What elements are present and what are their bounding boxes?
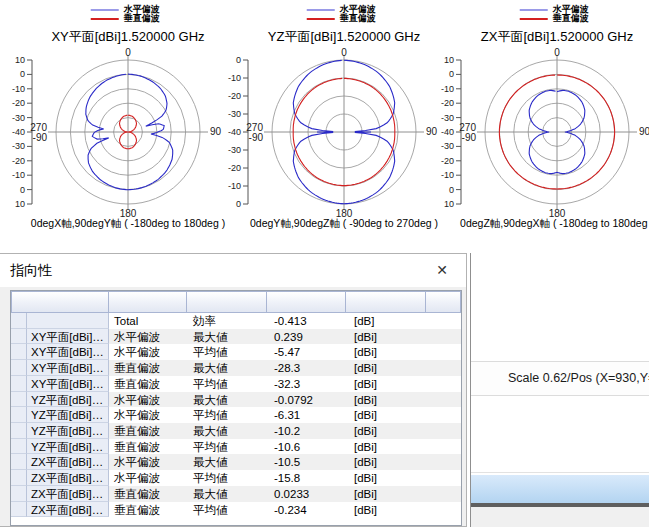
row-header-cell[interactable] [11, 502, 27, 518]
cell-pol[interactable]: 垂直偏波 [109, 502, 188, 518]
table-row[interactable]: XY平面[dBi]…垂直偏波平均値-32.3[dBi] [11, 376, 461, 392]
row-header-cell[interactable] [11, 392, 27, 408]
cell-value[interactable]: -0.234 [269, 502, 349, 518]
cell-pol[interactable]: 水平偏波 [109, 407, 188, 423]
table-row[interactable]: ZX平面[dBi]…水平偏波最大値-10.5[dBi] [11, 454, 461, 470]
table-header-cell[interactable] [186, 291, 267, 313]
cell-stat[interactable]: 最大値 [188, 329, 269, 345]
cell-value[interactable]: 0.0233 [269, 486, 349, 502]
cell-unit[interactable]: [dBi] [349, 439, 430, 455]
cell-stat[interactable]: 平均値 [188, 502, 269, 518]
cell-unit[interactable]: [dBi] [349, 423, 430, 439]
table-row[interactable]: XY平面[dBi]…水平偏波最大値0.239[dBi] [11, 329, 461, 345]
row-header-cell[interactable] [11, 329, 27, 345]
cell-pol[interactable]: 水平偏波 [109, 344, 188, 360]
cell-pol[interactable]: 垂直偏波 [109, 423, 188, 439]
cell-stat[interactable]: 効率 [188, 313, 269, 329]
cell-stat[interactable]: 平均値 [188, 407, 269, 423]
cell-value[interactable]: -5.47 [269, 344, 349, 360]
cell-pol[interactable]: 垂直偏波 [109, 439, 188, 455]
cell-unit[interactable]: [dBi] [349, 360, 430, 376]
cell-plane[interactable]: XY平面[dBi]… [27, 329, 109, 345]
cell-stat[interactable]: 平均値 [188, 344, 269, 360]
cell-value[interactable]: -32.3 [269, 376, 349, 392]
cell-stat[interactable]: 最大値 [188, 454, 269, 470]
cell-value[interactable]: -10.5 [269, 454, 349, 470]
cell-pol[interactable]: 水平偏波 [109, 392, 188, 408]
row-header-cell[interactable] [11, 454, 27, 470]
table-row[interactable]: ZX平面[dBi]…垂直偏波平均値-0.234[dBi] [11, 502, 461, 518]
cell-value[interactable]: -28.3 [269, 360, 349, 376]
table-row[interactable]: XY平面[dBi]…水平偏波平均値-5.47[dBi] [11, 344, 461, 360]
cell-unit[interactable]: [dBi] [349, 407, 430, 423]
cell-plane[interactable]: ZX平面[dBi]… [27, 486, 109, 502]
table-row[interactable]: YZ平面[dBi]…垂直偏波最大値-10.2[dBi] [11, 423, 461, 439]
cell-unit[interactable]: [dBi] [349, 454, 430, 470]
cell-unit[interactable]: [dBi] [349, 470, 430, 486]
row-header-cell[interactable] [11, 360, 27, 376]
cell-pol[interactable]: 水平偏波 [109, 454, 188, 470]
cell-pol[interactable]: 垂直偏波 [109, 376, 188, 392]
cell-unit[interactable]: [dB] [349, 313, 430, 329]
row-header-cell[interactable] [11, 313, 27, 329]
cell-unit[interactable]: [dBi] [349, 502, 430, 518]
cell-plane[interactable]: XY平面[dBi]… [27, 344, 109, 360]
cell-pol[interactable]: 水平偏波 [109, 470, 188, 486]
cell-plane[interactable]: YZ平面[dBi]… [27, 407, 109, 423]
dialog-titlebar[interactable]: 指向性 ✕ [0, 254, 466, 287]
cell-value[interactable]: -15.8 [269, 470, 349, 486]
cell-pol[interactable]: 垂直偏波 [109, 486, 188, 502]
cell-pol[interactable]: 垂直偏波 [109, 360, 188, 376]
row-header-cell[interactable] [11, 344, 27, 360]
table-row[interactable]: Total効率-0.413[dB] [11, 313, 461, 329]
cell-plane[interactable]: XY平面[dBi]… [27, 376, 109, 392]
table-header-cell[interactable] [11, 291, 109, 313]
cell-plane[interactable]: YZ平面[dBi]… [27, 439, 109, 455]
cell-stat[interactable]: 平均値 [188, 376, 269, 392]
cell-plane[interactable]: YZ平面[dBi]… [27, 423, 109, 439]
table-header-cell[interactable] [108, 291, 187, 313]
cell-stat[interactable]: 最大値 [188, 486, 269, 502]
table-row[interactable]: YZ平面[dBi]…垂直偏波平均値-10.6[dBi] [11, 439, 461, 455]
row-header-cell[interactable] [11, 486, 27, 502]
cell-value[interactable]: -0.413 [269, 313, 349, 329]
cell-unit[interactable]: [dBi] [349, 329, 430, 345]
close-icon[interactable]: ✕ [420, 256, 464, 285]
table-row[interactable]: YZ平面[dBi]…水平偏波最大値-0.0792[dBi] [11, 392, 461, 408]
row-header-cell[interactable] [11, 376, 27, 392]
cell-unit[interactable]: [dBi] [349, 376, 430, 392]
cell-unit[interactable]: [dBi] [349, 344, 430, 360]
cell-plane[interactable]: ZX平面[dBi]… [27, 454, 109, 470]
table-header-cell[interactable] [266, 291, 346, 313]
cell-value[interactable]: 0.239 [269, 329, 349, 345]
table-row[interactable]: YZ平面[dBi]…水平偏波平均値-6.31[dBi] [11, 407, 461, 423]
cell-plane[interactable] [27, 313, 109, 329]
table-row[interactable]: ZX平面[dBi]…水平偏波平均値-15.8[dBi] [11, 470, 461, 486]
results-table[interactable]: Total効率-0.413[dB]XY平面[dBi]…水平偏波最大値0.239[… [10, 290, 462, 526]
cell-value[interactable]: -10.2 [269, 423, 349, 439]
row-header-cell[interactable] [11, 407, 27, 423]
row-header-cell[interactable] [11, 423, 27, 439]
cell-stat[interactable]: 平均値 [188, 470, 269, 486]
cell-plane[interactable]: XY平面[dBi]… [27, 360, 109, 376]
cell-unit[interactable]: [dBi] [349, 486, 430, 502]
cell-stat[interactable]: 最大値 [188, 423, 269, 439]
table-header-cell[interactable] [425, 291, 461, 313]
table-row[interactable]: ZX平面[dBi]…垂直偏波最大値0.0233[dBi] [11, 486, 461, 502]
row-header-cell[interactable] [11, 439, 27, 455]
row-header-cell[interactable] [11, 470, 27, 486]
cell-plane[interactable]: YZ平面[dBi]… [27, 392, 109, 408]
cell-stat[interactable]: 最大値 [188, 360, 269, 376]
cell-unit[interactable]: [dBi] [349, 392, 430, 408]
cell-value[interactable]: -6.31 [269, 407, 349, 423]
cell-value[interactable]: -0.0792 [269, 392, 349, 408]
cell-value[interactable]: -10.6 [269, 439, 349, 455]
cell-plane[interactable]: ZX平面[dBi]… [27, 470, 109, 486]
cell-pol[interactable]: Total [109, 313, 188, 329]
cell-pol[interactable]: 水平偏波 [109, 329, 188, 345]
table-row[interactable]: XY平面[dBi]…垂直偏波最大値-28.3[dBi] [11, 360, 461, 376]
cell-stat[interactable]: 平均値 [188, 439, 269, 455]
cell-plane[interactable]: ZX平面[dBi]… [27, 502, 109, 518]
cell-stat[interactable]: 最大値 [188, 392, 269, 408]
table-header-cell[interactable] [345, 291, 426, 313]
